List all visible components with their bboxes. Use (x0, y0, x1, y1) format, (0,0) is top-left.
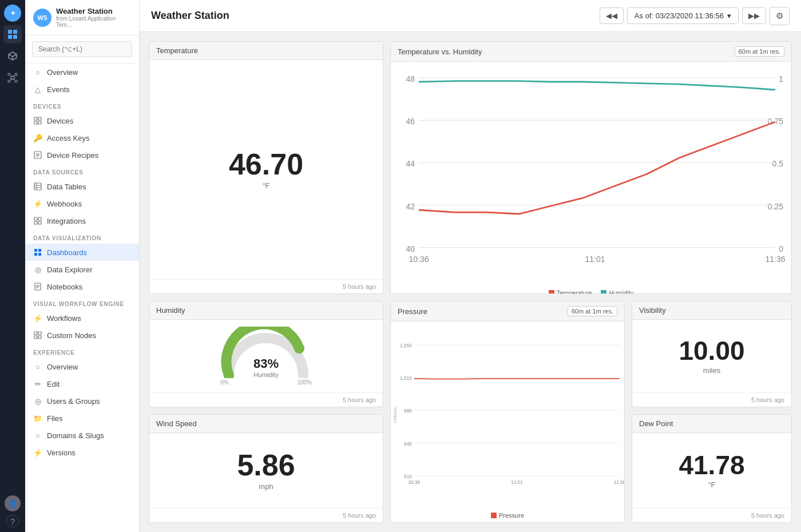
widget-humidity: Humidity 83% Humidity 0% (149, 301, 383, 407)
page-title: Weather Station (151, 10, 229, 22)
sidebar-item-edit[interactable]: ✏ Edit (25, 375, 139, 392)
sidebar-item-data-tables[interactable]: Data Tables (25, 178, 139, 195)
svg-rect-30 (34, 249, 37, 252)
widget-visibility-title: Visibility (639, 306, 666, 315)
svg-text:0.25: 0.25 (768, 202, 783, 211)
sidebar-item-label: Data Tables (47, 182, 86, 191)
search-container (25, 35, 139, 63)
svg-text:980: 980 (404, 408, 412, 414)
gauge-value: 83% (253, 356, 279, 371)
sidebar-item-data-explorer[interactable]: ◎ Data Explorer (25, 261, 139, 278)
temp-humidity-res-badge: 60m at 1m res. (735, 46, 784, 57)
icon-bar: ✦ (0, 0, 25, 532)
main-area: Weather Station ◀◀ As of: 03/23/2020 11:… (140, 0, 801, 532)
humidity-legend-label: Humidity (609, 289, 633, 294)
avatar[interactable]: 👤 (5, 495, 21, 511)
widget-dewpoint-footer: 5 hours ago (632, 508, 791, 522)
sidebar-item-files[interactable]: 📁 Files (25, 410, 139, 427)
svg-rect-28 (34, 221, 37, 224)
svg-rect-39 (38, 332, 41, 335)
sidebar-item-access-keys[interactable]: 🔑 Access Keys (25, 129, 139, 146)
dashboard: Temperature 46.70 °F 5 hours ago Tempera… (140, 32, 801, 532)
svg-text:0.5: 0.5 (772, 159, 784, 168)
svg-rect-0 (8, 30, 12, 34)
dashboard-icon[interactable] (3, 25, 22, 43)
sidebar-item-integrations[interactable]: Integrations (25, 212, 139, 229)
connections-icon[interactable] (3, 69, 22, 87)
sidebar-item-dashboards[interactable]: Dashboards (25, 244, 139, 261)
svg-rect-22 (34, 183, 41, 190)
sidebar-item-label: Webhooks (47, 200, 82, 208)
temperature-legend-label: Temperature (557, 289, 592, 294)
sidebar-item-exp-overview[interactable]: ○ Overview (25, 358, 139, 375)
integrations-icon (33, 216, 42, 225)
widget-temp-humidity-body: 48 46 44 42 40 1 0.75 0.5 0.25 0 (391, 62, 791, 294)
widget-temperature-title: Temperature (156, 46, 198, 55)
sidebar-item-label: Files (47, 414, 62, 423)
svg-rect-32 (34, 253, 37, 256)
svg-rect-15 (38, 117, 41, 120)
settings-button[interactable]: ⚙ (770, 7, 790, 25)
events-icon: △ (33, 85, 42, 94)
sidebar-item-events[interactable]: △ Events (25, 81, 139, 98)
cube-icon[interactable] (3, 47, 22, 65)
section-workflow: VISUAL WORKFLOW ENGINE (25, 295, 139, 309)
legend-humidity: Humidity (601, 289, 633, 294)
gauge-container: 83% Humidity (220, 327, 312, 378)
sidebar-item-label: Custom Nodes (47, 331, 96, 340)
visibility-value: 10.00 (679, 338, 744, 364)
temperature-unit: °F (262, 181, 269, 190)
prev-time-button[interactable]: ◀◀ (600, 7, 624, 24)
widget-temp-humidity: Temperature vs. Humidity 60m at 1m res. … (390, 41, 792, 294)
sidebar-item-device-recipes[interactable]: Device Recipes (25, 146, 139, 164)
sidebar-header: WS Weather Station from Losant Applicati… (25, 0, 139, 35)
pressure-legend-dot (491, 513, 497, 518)
sidebar-item-label: Domains & Slugs (47, 431, 104, 440)
svg-point-8 (8, 80, 10, 82)
svg-text:11:01: 11:01 (511, 480, 523, 485)
sidebar-item-label: Notebooks (47, 283, 82, 291)
sidebar-item-devices[interactable]: Devices (25, 112, 139, 129)
svg-line-10 (10, 76, 11, 77)
sidebar-item-webhooks[interactable]: ⚡ Webhooks (25, 195, 139, 212)
temperature-legend-dot (549, 290, 554, 294)
svg-rect-41 (38, 336, 41, 339)
sidebar-item-custom-nodes[interactable]: Custom Nodes (25, 327, 139, 344)
widget-wind-title: Wind Speed (156, 419, 197, 428)
search-input[interactable] (32, 41, 132, 57)
notebooks-icon (33, 282, 42, 291)
svg-text:1,015: 1,015 (400, 376, 412, 381)
next-time-button[interactable]: ▶▶ (742, 7, 766, 24)
svg-text:44: 44 (406, 159, 415, 168)
svg-text:42: 42 (406, 202, 415, 211)
sidebar-item-overview[interactable]: ○ Overview (25, 63, 139, 81)
sidebar-item-notebooks[interactable]: Notebooks (25, 278, 139, 295)
sidebar-item-versions[interactable]: ⚡ Versions (25, 444, 139, 461)
sidebar-item-label: Workflows (47, 314, 81, 323)
svg-text:11:01: 11:01 (585, 255, 605, 264)
widget-humidity-title: Humidity (156, 306, 185, 315)
widget-dewpoint-title: Dew Point (639, 419, 673, 428)
app-logo[interactable]: ✦ (4, 5, 21, 22)
visibility-unit: miles (703, 366, 720, 375)
gauge-sublabel: Humidity (253, 371, 279, 378)
widget-pressure-chart-body: millibars 1,050 1,015 980 945 910 10:36 … (391, 321, 624, 522)
sidebar-item-label: Dashboards (47, 248, 87, 257)
sidebar-item-label: Edit (47, 380, 60, 388)
svg-text:40: 40 (406, 244, 415, 253)
sidebar-item-label: Overview (47, 363, 78, 371)
sidebar-item-workflows[interactable]: ⚡ Workflows (25, 309, 139, 327)
sidebar-item-domains-slugs[interactable]: ○ Domains & Slugs (25, 427, 139, 444)
datetime-selector[interactable]: As of: 03/23/2020 11:36:56 ▾ (627, 7, 739, 24)
svg-point-9 (15, 80, 17, 82)
sidebar: WS Weather Station from Losant Applicati… (25, 0, 140, 532)
svg-point-6 (8, 73, 10, 76)
sidebar-item-users-groups[interactable]: ◎ Users & Groups (25, 392, 139, 410)
help-icon[interactable]: ? (6, 515, 19, 527)
svg-text:10:36: 10:36 (409, 255, 429, 264)
widget-pressure-chart: Pressure 60m at 1m res. millibars 1,050 … (390, 301, 625, 523)
widget-temp-humidity-title: Temperature vs. Humidity (398, 47, 482, 56)
pressure-legend-label: Pressure (499, 512, 524, 519)
svg-text:10:36: 10:36 (409, 480, 421, 485)
widget-temperature: Temperature 46.70 °F 5 hours ago (149, 41, 383, 294)
